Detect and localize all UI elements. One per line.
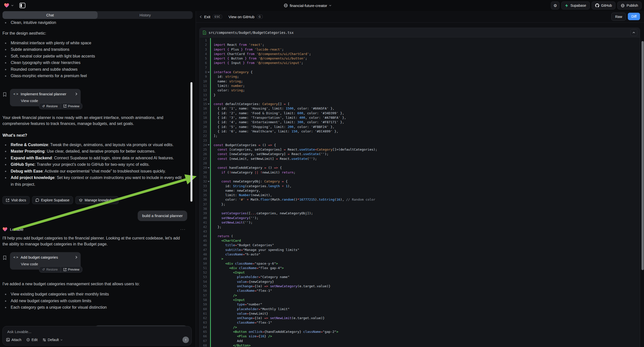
diff-toggle-button[interactable]: Diff [628,13,640,20]
fold-column [207,307,210,312]
view-code-link[interactable]: View code [21,262,77,266]
chat-input-toolbar: Attach Edit Default ↑ [6,336,189,343]
code-scrollbar-thumb[interactable] [642,41,644,270]
code-line: 5import { Button } from '@/components/ui… [200,56,640,61]
image-icon [6,338,10,342]
supabase-button[interactable]: Supabase [561,2,590,10]
chat-bubble-icon [36,198,39,202]
add-categories-card[interactable]: < > Add budget categories View code ↺ Re… [10,252,81,270]
edit-button[interactable]: Edit [26,338,38,342]
code-line-content: color: '#' + Math.floor(Math.random()*16… [210,198,640,202]
line-number: 22 [200,134,207,138]
fold-column [207,288,210,293]
code-line-content: ]; [210,134,640,138]
manage-knowledge-button[interactable]: Manage knowledge [76,196,118,204]
code-line-content [210,229,640,234]
fold-column [207,74,210,79]
code-line: 19 { id: '4', name: 'Entertainment', lim… [200,120,640,124]
publish-button[interactable]: Publish [617,2,642,10]
code-line: 28 [200,161,640,166]
fold-chevron-icon[interactable] [208,72,210,73]
fold-chevron-icon[interactable] [208,167,210,168]
line-number: 56 [200,288,207,293]
code-line-content: { id: '1', name: 'Housing', limit: 1500,… [210,106,640,111]
chat-scrollbar-thumb[interactable] [190,82,192,202]
fold-column [207,102,210,106]
fold-column [207,143,210,147]
fold-column [207,179,210,184]
send-button[interactable]: ↑ [182,336,189,343]
bullet-dot [5,56,6,57]
tab-chat[interactable]: Chat [2,11,98,19]
line-number: 54 [200,280,207,284]
code-line: 10 name: string; [200,79,640,84]
file-header-bar[interactable]: src/components/budget/BudgetCategories.t… [200,28,640,37]
code-line: 14 [200,97,640,102]
fold-chevron-icon[interactable] [208,104,210,105]
lovable-logo-icon[interactable] [4,3,9,8]
fold-column [207,339,210,343]
view-code-link[interactable]: View code [21,98,77,103]
preview-button[interactable]: Preview [60,266,82,272]
file-path: src/components/budget/BudgetCategories.t… [208,30,628,34]
code-line-content: limit: Number(newLimit), [210,193,640,198]
view-on-github-button[interactable]: View on GitHub G [228,15,263,19]
code-line-content: import React from 'react'; [210,42,640,47]
fold-column [207,84,210,88]
list-item: Expand with Backend: Connect Supabase to… [2,155,196,162]
bookmark-icon[interactable] [3,92,6,106]
settings-button[interactable]: ⚙ [551,2,559,10]
line-number: 29 [200,166,207,170]
code-line-content: type="number" [210,302,640,307]
fold-column [207,334,210,338]
bullet-dot [5,158,6,159]
chat-input[interactable] [7,329,188,334]
code-line-content [210,38,640,42]
tab-history[interactable]: History [98,11,193,19]
implement-planner-card[interactable]: < > Implement financial planner View cod… [10,89,81,106]
exit-button[interactable]: Exit ESC [200,15,222,19]
list-item: Rounded corners and subtle shadows [2,66,196,73]
code-line-content: /> [210,325,640,330]
bookmark-icon[interactable] [3,256,6,270]
code-line-content: const newCategoryObj: Category = { [210,179,640,184]
code-line-content: <ChartCard [210,238,640,243]
raw-toggle-button[interactable]: Raw [612,13,626,21]
restore-icon: ↺ [42,268,45,271]
arrow-up-icon: ↑ [185,338,187,342]
collapse-file-button[interactable] [630,29,637,36]
preview-button[interactable]: Preview [60,103,82,109]
bullet-dot [5,62,6,64]
visit-docs-button[interactable]: Visit docs [2,196,30,204]
code-line: 13} [200,93,640,97]
sidebar-toggle-icon[interactable] [20,3,26,8]
fold-column [207,166,210,170]
message-more-menu[interactable]: ··· [180,227,186,232]
chat-input-box[interactable]: Attach Edit Default ↑ [2,326,192,346]
fold-column [207,88,210,92]
line-number: 33 [200,184,207,188]
bullet-dot [5,69,6,70]
bullet-dot [5,300,6,302]
code-line: 63 className="flex-1" [200,320,640,325]
fold-chevron-icon[interactable] [208,181,210,182]
code-line: 49 > [200,257,640,261]
model-selector[interactable]: Default [42,338,62,342]
code-line-content: > [210,257,640,261]
restore-button[interactable]: ↺ Restore [39,266,60,272]
logo-chevron-down-icon[interactable] [11,5,14,6]
target-icon [26,338,30,342]
code-line: 18 { id: '3', name: 'Transportation', li… [200,116,640,120]
github-button[interactable]: GitHub [592,2,616,10]
fold-column [207,175,210,179]
implement-planner-card-row: < > Implement financial planner View cod… [3,89,196,106]
code-line-content: { id: '2', name: 'Food & Dining', limit:… [210,111,640,116]
fold-chevron-icon[interactable] [208,144,210,146]
restore-button[interactable]: ↺ Restore [39,103,60,109]
attach-button[interactable]: Attach [6,338,22,342]
line-number: 24 [200,143,207,147]
fold-column [207,275,210,279]
fold-column [207,47,210,52]
explore-supabase-button[interactable]: Explore Supabase [32,196,73,204]
project-switcher[interactable]: financial-future-creator [284,0,331,11]
